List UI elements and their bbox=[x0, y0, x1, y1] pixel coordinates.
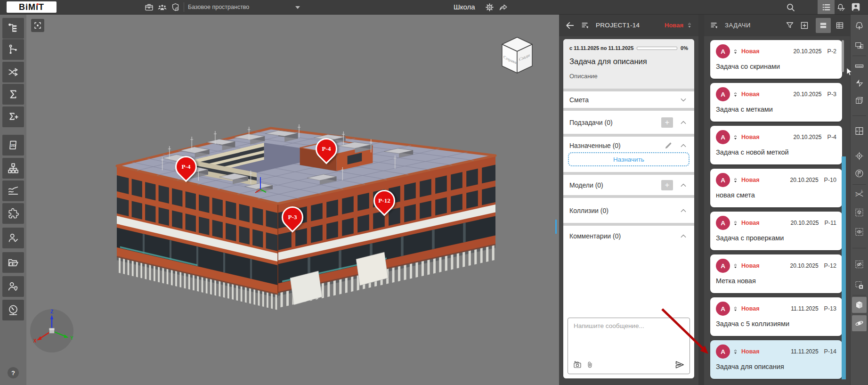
isolate-selection-icon[interactable] bbox=[852, 38, 867, 54]
issue-pin[interactable]: P-4 bbox=[314, 137, 336, 163]
data-exchange-icon[interactable] bbox=[2, 62, 24, 82]
selection-delete-icon[interactable] bbox=[852, 277, 867, 293]
help-button[interactable]: ? bbox=[8, 367, 19, 378]
environment-tree-icon[interactable] bbox=[852, 18, 867, 34]
avatar: A bbox=[716, 259, 730, 273]
chevron-up-icon[interactable] bbox=[679, 118, 688, 127]
task-panel-header: PROJECT1-14 Новая bbox=[559, 14, 698, 36]
section-estimate[interactable]: Смета bbox=[563, 91, 694, 108]
toolbar-divider bbox=[852, 56, 866, 56]
project-title: Школа bbox=[454, 0, 475, 14]
shaded-view-icon[interactable] bbox=[852, 297, 867, 313]
issue-pin[interactable]: P-4 bbox=[174, 155, 195, 181]
task-card[interactable]: A Новая 20.10.2025 P-12 Метка новая bbox=[710, 254, 842, 293]
chevron-up-icon[interactable] bbox=[679, 141, 688, 150]
chevron-up-icon[interactable] bbox=[679, 231, 688, 241]
share-icon[interactable] bbox=[498, 2, 508, 12]
tasks-list-panel: ЗАДАЧИ A Новая 20.10.2025 P-2 Задача со … bbox=[704, 14, 850, 385]
selection-show-icon[interactable] bbox=[852, 224, 867, 240]
panel-resize-indicator[interactable] bbox=[555, 220, 557, 234]
filter-icon[interactable] bbox=[785, 21, 795, 30]
navigation-gizmo[interactable]: Z X Y bbox=[28, 307, 75, 354]
section-collisions[interactable]: Коллизии (0) bbox=[563, 198, 694, 223]
list-view-icon[interactable] bbox=[816, 18, 831, 33]
task-card[interactable]: A Новая 20.10.2025 P-2 Задача со скринам… bbox=[710, 40, 842, 79]
section-subtasks[interactable]: Подзадачи (0) + bbox=[563, 111, 694, 134]
task-title: Задача для описания bbox=[569, 57, 688, 66]
message-input[interactable] bbox=[568, 318, 690, 358]
tasks-list-icon[interactable] bbox=[818, 0, 835, 14]
section-box-icon[interactable] bbox=[852, 92, 867, 108]
orbit-mode-icon[interactable] bbox=[852, 315, 867, 331]
totals-icon[interactable] bbox=[2, 84, 24, 105]
selection-ghost-icon[interactable] bbox=[852, 205, 867, 221]
workspace-selector[interactable]: Базовое пространство bbox=[188, 0, 249, 14]
totals-add-icon[interactable] bbox=[2, 106, 24, 127]
selection-hide-icon[interactable] bbox=[852, 256, 867, 272]
issue-pin[interactable]: P-3 bbox=[280, 205, 302, 231]
task-card[interactable]: A Новая 11.11.2025 P-14 Задача для описа… bbox=[710, 340, 842, 379]
add-task-icon[interactable] bbox=[800, 21, 809, 30]
viewport-3d[interactable]: Справа Сзади Z X Y P-4P-4P-3P-12 bbox=[26, 14, 559, 385]
add-model-button[interactable]: + bbox=[661, 180, 673, 190]
chevron-down-icon[interactable] bbox=[295, 6, 300, 9]
shield-clock-icon[interactable] bbox=[170, 2, 180, 12]
chevron-up-icon[interactable] bbox=[679, 206, 688, 215]
chevron-up-icon[interactable] bbox=[679, 180, 688, 190]
add-subtask-button[interactable]: + bbox=[661, 117, 673, 128]
task-summary-block: с 11.11.2025 по 11.11.2025 0% Задача для… bbox=[563, 39, 694, 89]
scheme-icon[interactable] bbox=[2, 158, 24, 179]
add-screenshot-icon[interactable] bbox=[573, 360, 582, 369]
sort-list-icon[interactable] bbox=[581, 21, 590, 30]
compare-flash-icon[interactable] bbox=[852, 75, 867, 91]
focus-selection-button[interactable] bbox=[31, 19, 44, 32]
search-icon[interactable] bbox=[786, 2, 795, 12]
task-card[interactable]: A Новая 20.10.2025 P-4 Задача с новой ме… bbox=[710, 126, 842, 164]
model-structure-icon[interactable] bbox=[2, 18, 24, 39]
floor-plan-icon[interactable] bbox=[852, 123, 867, 139]
chevron-down-icon[interactable] bbox=[679, 95, 688, 105]
account-icon[interactable] bbox=[851, 2, 861, 12]
user-location-icon[interactable] bbox=[2, 276, 24, 297]
attach-file-icon[interactable] bbox=[586, 360, 594, 369]
relations-icon[interactable] bbox=[2, 39, 24, 60]
task-id: P-3 bbox=[827, 91, 836, 98]
grid-axes-icon[interactable]: 21 bbox=[852, 186, 867, 202]
sheet-2d-icon[interactable]: 2D bbox=[2, 135, 24, 156]
locate-point-icon[interactable] bbox=[852, 148, 867, 164]
toolbar-divider bbox=[852, 295, 866, 295]
flag-mark-icon[interactable] bbox=[852, 165, 867, 181]
view-cube[interactable]: Справа Сзади bbox=[495, 33, 540, 78]
folder-transfer-icon[interactable] bbox=[2, 252, 24, 273]
sort-list-icon[interactable] bbox=[710, 21, 719, 30]
table-view-icon[interactable] bbox=[835, 21, 844, 30]
task-status-badge: Новая bbox=[665, 22, 683, 29]
scrollbar-thumb[interactable] bbox=[842, 40, 844, 72]
task-card[interactable]: A Новая 20.10.2025 P-11 Задача с проверк… bbox=[710, 212, 842, 250]
issue-pin[interactable]: P-12 bbox=[372, 188, 394, 215]
svg-text:1: 1 bbox=[855, 193, 857, 195]
measure-ruler-icon[interactable] bbox=[852, 58, 867, 74]
priority-arrows-icon[interactable] bbox=[686, 21, 693, 29]
assign-button[interactable]: Назначить bbox=[568, 152, 690, 166]
analytics-icon[interactable] bbox=[2, 180, 24, 201]
side-panels: PROJECT1-14 Новая с 11.11.2025 по 11.11.… bbox=[559, 14, 850, 385]
dashboard-icon[interactable] bbox=[2, 300, 24, 320]
team-icon[interactable] bbox=[157, 2, 167, 12]
task-card[interactable]: A Новая 11.11.2025 P-13 Задача с 5 колли… bbox=[710, 297, 842, 336]
app-logo[interactable]: BiMiT bbox=[7, 1, 57, 13]
plugins-icon[interactable] bbox=[2, 203, 24, 224]
task-card[interactable]: A Новая 20.10.2025 P-3 Задача с метками bbox=[710, 83, 842, 122]
send-icon[interactable] bbox=[674, 360, 685, 370]
scrollbar-indicator[interactable] bbox=[842, 156, 846, 379]
user-approvals-icon[interactable] bbox=[2, 228, 24, 248]
task-card[interactable]: A Новая 20.10.2025 P-10 новая смета bbox=[710, 169, 842, 207]
back-icon[interactable] bbox=[565, 20, 575, 31]
section-models[interactable]: Модели (0) + bbox=[563, 175, 694, 195]
notifications-icon[interactable] bbox=[836, 2, 845, 12]
section-assignees[interactable]: Назначенные (0) Назначить bbox=[563, 137, 694, 172]
briefcase-icon[interactable] bbox=[144, 2, 154, 12]
edit-icon[interactable] bbox=[664, 141, 673, 150]
gear-icon[interactable] bbox=[485, 2, 495, 12]
section-comments[interactable]: Комментарии (0) bbox=[563, 226, 694, 378]
